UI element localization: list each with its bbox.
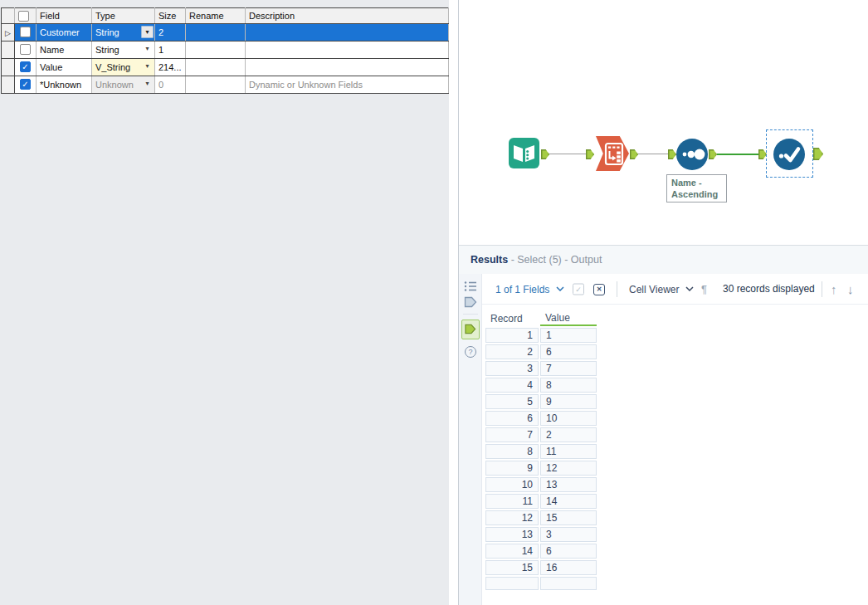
- field-rename-cell[interactable]: [186, 58, 246, 76]
- input-data-tool[interactable]: [509, 138, 539, 168]
- help-button[interactable]: ?: [459, 343, 482, 358]
- field-description-cell[interactable]: [246, 58, 449, 76]
- field-rename-cell[interactable]: [186, 41, 246, 58]
- value-cell[interactable]: [540, 577, 597, 590]
- field-type-cell[interactable]: Unknown▾: [92, 76, 155, 93]
- select-all-checkbox[interactable]: [18, 11, 29, 22]
- transpose-tool[interactable]: [596, 136, 629, 171]
- output-anchor[interactable]: [709, 149, 717, 159]
- results-panel: Results - Select (5) - Output: [459, 245, 868, 605]
- output-anchor[interactable]: [630, 149, 638, 159]
- value-cell[interactable]: 14: [540, 494, 597, 509]
- value-cell[interactable]: 12: [540, 461, 597, 476]
- type-dropdown-button[interactable]: ▾: [141, 61, 154, 73]
- field-checkbox[interactable]: ✓: [20, 79, 31, 90]
- select-all-header[interactable]: [15, 8, 37, 24]
- field-name-cell[interactable]: Name: [37, 41, 92, 58]
- output-anchor[interactable]: [541, 149, 549, 159]
- value-cell[interactable]: 16: [540, 560, 597, 575]
- scroll-down-button[interactable]: ↓: [847, 282, 854, 296]
- connection-wire[interactable]: [638, 154, 668, 154]
- field-name-cell[interactable]: Value: [37, 58, 92, 76]
- record-cell[interactable]: 6: [485, 411, 539, 426]
- metadata-view-button[interactable]: [459, 281, 482, 295]
- connection-view-button[interactable]: [459, 296, 482, 311]
- col-header-value[interactable]: Value: [540, 311, 597, 326]
- field-size-cell[interactable]: 1: [155, 41, 186, 58]
- value-cell[interactable]: 1: [540, 328, 597, 343]
- type-dropdown-button[interactable]: ▾: [141, 78, 154, 90]
- record-cell[interactable]: 15: [485, 560, 539, 575]
- record-cell[interactable]: 11: [485, 494, 539, 509]
- value-cell[interactable]: 6: [540, 344, 597, 359]
- value-cell[interactable]: 15: [540, 510, 597, 525]
- record-cell[interactable]: 3: [485, 361, 539, 376]
- record-cell[interactable]: 13: [485, 527, 539, 542]
- field-rename-cell[interactable]: [186, 76, 246, 93]
- field-description-cell[interactable]: Dynamic or Unknown Fields: [246, 76, 449, 93]
- field-checkbox-cell[interactable]: ✓: [15, 76, 37, 93]
- record-cell[interactable]: 7: [485, 427, 539, 442]
- value-cell[interactable]: 7: [540, 361, 597, 376]
- record-cell[interactable]: 5: [485, 394, 539, 409]
- value-cell[interactable]: 13: [540, 477, 597, 492]
- whitespace-toggle[interactable]: ¶: [701, 283, 707, 295]
- value-cell[interactable]: 2: [540, 427, 597, 442]
- record-cell[interactable]: 8: [485, 444, 539, 459]
- output-anchor-icon: [465, 324, 476, 334]
- field-size-cell[interactable]: 0: [155, 76, 186, 93]
- record-cell[interactable]: 10: [485, 477, 539, 492]
- table-row[interactable]: ✓ *Unknown Unknown▾ 0 Dynamic or Unknown…: [2, 76, 449, 93]
- clear-button[interactable]: ✕: [593, 282, 605, 295]
- output-anchor[interactable]: [813, 148, 823, 160]
- record-cell[interactable]: 1: [485, 328, 539, 343]
- field-checkbox[interactable]: ✓: [20, 61, 31, 72]
- field-name-cell[interactable]: *Unknown: [37, 76, 92, 93]
- table-row[interactable]: ▷ Customer String▾ 2: [2, 23, 449, 41]
- field-size-cell[interactable]: 214...: [155, 58, 186, 76]
- field-checkbox[interactable]: [20, 44, 31, 55]
- field-checkbox[interactable]: [20, 27, 31, 37]
- record-cell[interactable]: 4: [485, 378, 539, 393]
- cell-viewer-dropdown[interactable]: Cell Viewer: [629, 282, 694, 295]
- selected-connection-wire[interactable]: [717, 154, 758, 155]
- record-cell[interactable]: [485, 577, 539, 590]
- tool-annotation[interactable]: Name - Ascending: [666, 174, 727, 202]
- record-cell[interactable]: 9: [485, 461, 539, 476]
- fields-dropdown[interactable]: 1 of 1 Fields: [495, 282, 564, 295]
- table-row[interactable]: Name String▾ 1: [2, 41, 449, 58]
- field-size-cell[interactable]: 2: [155, 23, 186, 41]
- value-cell[interactable]: 9: [540, 394, 597, 409]
- output-anchor-button[interactable]: [459, 320, 482, 339]
- field-name-cell[interactable]: Customer: [37, 23, 92, 41]
- value-cell[interactable]: 11: [540, 444, 597, 459]
- field-rename-cell[interactable]: [186, 23, 246, 41]
- table-row[interactable]: ✓ Value V_String▾ 214...: [2, 58, 449, 76]
- field-description-cell[interactable]: [246, 41, 449, 58]
- type-dropdown-button[interactable]: ▾: [141, 26, 154, 38]
- input-anchor[interactable]: [586, 149, 594, 159]
- record-cell[interactable]: 14: [485, 544, 539, 559]
- field-checkbox-cell[interactable]: [15, 41, 37, 58]
- field-type-cell[interactable]: String▾: [92, 41, 155, 58]
- select-tool[interactable]: [773, 139, 805, 170]
- scroll-up-button[interactable]: ↑: [831, 282, 837, 296]
- col-header-record[interactable]: Record: [485, 311, 539, 326]
- workflow-canvas[interactable]: Name - Ascending: [459, 0, 868, 245]
- sort-tool[interactable]: [676, 139, 708, 170]
- connection-wire[interactable]: [549, 154, 586, 154]
- value-cell[interactable]: 10: [540, 411, 597, 426]
- field-checkbox-cell[interactable]: [15, 23, 37, 41]
- record-cell[interactable]: 12: [485, 510, 539, 525]
- value-cell[interactable]: 6: [540, 544, 597, 559]
- type-dropdown-button[interactable]: ▾: [141, 43, 154, 56]
- field-description-cell[interactable]: [246, 23, 449, 41]
- apply-checkbox-button[interactable]: ✓: [573, 283, 584, 295]
- field-type-cell[interactable]: V_String▾: [92, 58, 155, 76]
- record-cell[interactable]: 2: [485, 344, 539, 359]
- value-cell[interactable]: 8: [540, 378, 597, 393]
- field-type-cell[interactable]: String▾: [92, 23, 155, 41]
- value-cell[interactable]: 3: [540, 527, 597, 542]
- field-checkbox-cell[interactable]: ✓: [15, 58, 37, 76]
- input-anchor[interactable]: [668, 149, 676, 159]
